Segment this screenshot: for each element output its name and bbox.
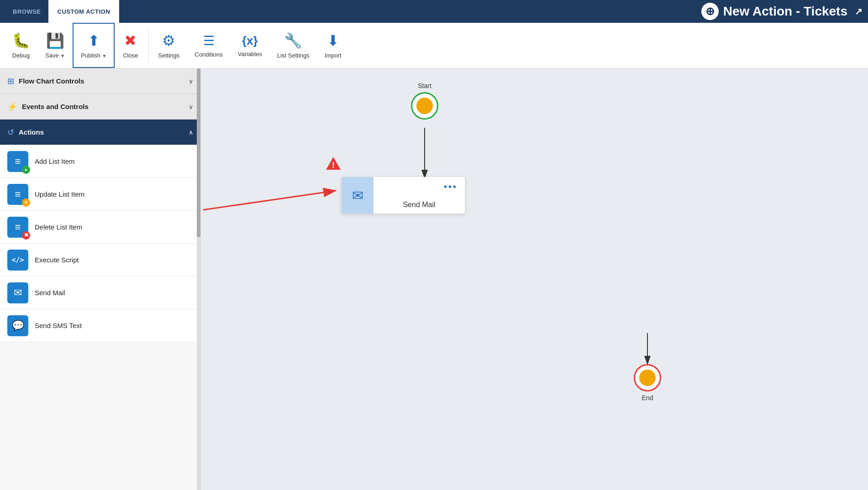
title-text: New Action - Tickets [723, 4, 847, 19]
conditions-label: Conditions [195, 51, 222, 58]
scroll-thumb [197, 68, 200, 237]
close-button[interactable]: ✖ Close [115, 23, 147, 68]
events-icon: ⚡ [7, 102, 17, 112]
conditions-icon: ☰ [203, 33, 215, 48]
send-mail-options[interactable]: ••• [381, 182, 458, 192]
canvas-area[interactable]: Start ✉ ••• Send Mail ! [201, 68, 868, 490]
send-mail-node-title: Send Mail [381, 201, 458, 209]
save-arrow: ▼ [60, 53, 65, 58]
publish-label: Publish ▼ [81, 52, 106, 59]
browse-tab[interactable]: BROWSE [5, 0, 48, 23]
save-button[interactable]: 💾 Save ▼ [38, 23, 73, 68]
end-node[interactable]: End [634, 364, 661, 401]
list-item-delete-list-item[interactable]: ≡ ✖ Delete List Item [0, 211, 200, 244]
list-settings-button[interactable]: 🔧 List Settings [270, 23, 317, 68]
list-item-send-mail[interactable]: ✉ Send Mail [0, 276, 200, 309]
section-flow-chart-controls[interactable]: ⊞ Flow Chart Controls ∨ [0, 68, 200, 94]
svg-line-6 [203, 191, 336, 210]
publish-icon: ⬆ [88, 32, 100, 49]
toolbar: 🐛 Debug 💾 Save ▼ ⬆ Publish ▼ ✖ Close ⚙ S… [0, 23, 868, 68]
end-circle [634, 364, 661, 391]
flow-chart-chevron: ∨ [189, 78, 193, 85]
list-settings-icon: 🔧 [284, 32, 302, 49]
scrollbar[interactable] [197, 68, 200, 490]
annotation-arrow-svg [201, 68, 868, 490]
add-list-item-icon-wrap: ≡ + [7, 151, 28, 172]
list-settings-label: List Settings [277, 52, 310, 59]
send-mail-list-icon: ✉ [14, 287, 22, 299]
flow-chart-label: Flow Chart Controls [19, 77, 184, 85]
variables-button[interactable]: {x} Variables [231, 23, 270, 68]
events-chevron: ∨ [189, 103, 193, 110]
flow-lines-svg [201, 68, 868, 490]
execute-script-label: Execute Script [35, 256, 79, 264]
list-item-send-sms[interactable]: 💬 Send SMS Text [0, 309, 200, 342]
list-item-execute-script[interactable]: </> Execute Script [0, 244, 200, 276]
send-sms-icon: 💬 [12, 320, 24, 332]
mail-icon: ✉ [352, 188, 363, 203]
add-list-item-badge: + [22, 166, 30, 174]
conditions-button[interactable]: ☰ Conditions [187, 23, 230, 68]
add-list-item-icon: ≡ [15, 156, 21, 167]
send-mail-node-text: ••• Send Mail [374, 177, 465, 214]
close-label: Close [123, 52, 138, 59]
publish-button[interactable]: ⬆ Publish ▼ [73, 23, 115, 68]
start-circle [411, 92, 438, 120]
page-title: ⊕ New Action - Tickets ↗ [701, 3, 863, 20]
top-bar: BROWSE CUSTOM ACTION ⊕ New Action - Tick… [0, 0, 868, 23]
actions-label: Actions [19, 128, 184, 136]
send-mail-icon-wrap: ✉ [7, 282, 28, 303]
svg-text:!: ! [332, 161, 335, 170]
list-item-add-list-item[interactable]: ≡ + Add List Item [0, 145, 200, 178]
debug-icon: 🐛 [12, 32, 30, 49]
update-list-item-icon: ≡ [15, 188, 21, 200]
execute-script-icon-wrap: </> [7, 250, 28, 271]
delete-list-item-label: Delete List Item [35, 223, 82, 231]
send-mail-list-label: Send Mail [35, 289, 65, 297]
flow-chart-icon: ⊞ [7, 76, 14, 86]
delete-list-item-badge: ✖ [22, 231, 30, 240]
custom-action-tab[interactable]: CUSTOM ACTION [48, 0, 120, 23]
section-actions[interactable]: ↺ Actions ∧ [0, 120, 200, 145]
send-sms-label: Send SMS Text [35, 322, 82, 329]
actions-chevron: ∧ [189, 129, 193, 136]
sidebar: ⊞ Flow Chart Controls ∨ ⚡ Events and Con… [0, 68, 201, 490]
end-label: End [642, 394, 653, 401]
warning-triangle: ! [325, 156, 342, 174]
external-link-icon[interactable]: ↗ [855, 6, 863, 17]
update-list-item-badge: ↺ [22, 198, 30, 207]
send-sms-icon-wrap: 💬 [7, 315, 28, 336]
delete-list-item-icon: ≡ [15, 221, 21, 233]
debug-button[interactable]: 🐛 Debug [5, 23, 38, 68]
list-item-update-list-item[interactable]: ≡ ↺ Update List Item [0, 178, 200, 211]
start-node[interactable]: Start [411, 82, 438, 120]
variables-label: Variables [238, 51, 262, 57]
add-list-item-label: Add List Item [35, 157, 75, 165]
toolbar-divider [148, 28, 149, 63]
send-mail-node[interactable]: ✉ ••• Send Mail [342, 177, 465, 214]
start-inner-circle [416, 98, 433, 114]
main-layout: ⊞ Flow Chart Controls ∨ ⚡ Events and Con… [0, 68, 868, 490]
actions-icon: ↺ [7, 127, 14, 137]
debug-label: Debug [12, 52, 30, 59]
events-label: Events and Controls [22, 103, 184, 110]
import-label: Import [325, 52, 342, 59]
settings-icon: ⚙ [162, 32, 175, 49]
update-list-item-icon-wrap: ≡ ↺ [7, 184, 28, 205]
delete-list-item-icon-wrap: ≡ ✖ [7, 217, 28, 238]
send-mail-node-icon: ✉ [342, 177, 374, 214]
end-inner-circle [639, 370, 656, 386]
save-icon: 💾 [46, 32, 64, 49]
title-icon: ⊕ [701, 3, 719, 20]
actions-list: ≡ + Add List Item ≡ ↺ Update List Item ≡… [0, 145, 200, 342]
close-icon: ✖ [124, 32, 137, 49]
import-button[interactable]: ⬇ Import [317, 23, 349, 68]
variables-icon: {x} [242, 34, 258, 48]
section-events-and-controls[interactable]: ⚡ Events and Controls ∨ [0, 94, 200, 120]
save-label: Save ▼ [45, 52, 65, 59]
start-label: Start [418, 82, 431, 89]
settings-label: Settings [158, 52, 179, 59]
publish-arrow: ▼ [102, 53, 106, 58]
settings-button[interactable]: ⚙ Settings [151, 23, 187, 68]
update-list-item-label: Update List Item [35, 190, 84, 198]
